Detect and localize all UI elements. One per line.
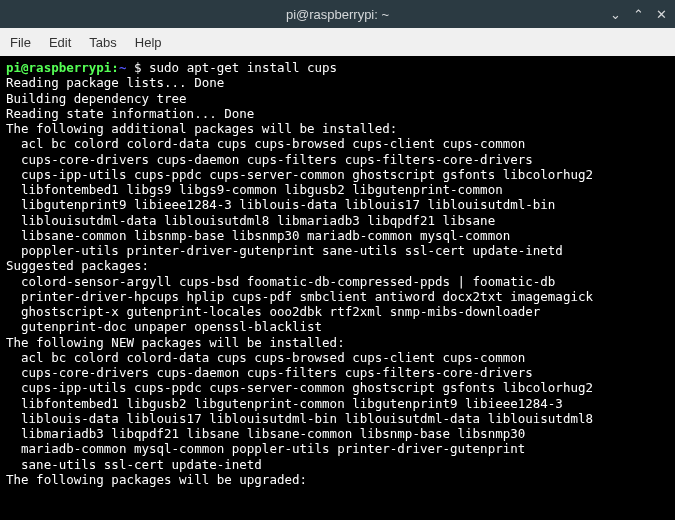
prompt-user-host: pi@raspberrypi	[6, 60, 111, 75]
maximize-icon[interactable]: ⌃	[633, 8, 644, 21]
prompt-dollar: $	[126, 60, 149, 75]
menu-tabs[interactable]: Tabs	[89, 35, 116, 50]
prompt-colon: :	[111, 60, 119, 75]
output-line: libfontembed1 libgusb2 libgutenprint-com…	[6, 396, 563, 411]
output-line: acl bc colord colord-data cups cups-brow…	[6, 350, 525, 365]
output-line: liblouis-data liblouis17 liblouisutdml-b…	[6, 411, 593, 426]
output-line: Reading state information... Done	[6, 106, 254, 121]
output-line: cups-ipp-utils cups-ppdc cups-server-com…	[6, 380, 593, 395]
output-line: The following NEW packages will be insta…	[6, 335, 345, 350]
output-line: cups-core-drivers cups-daemon cups-filte…	[6, 365, 533, 380]
output-line: libmariadb3 libqpdf21 libsane libsane-co…	[6, 426, 525, 441]
output-line: liblouisutdml-data liblouisutdml8 libmar…	[6, 213, 495, 228]
output-line: Suggested packages:	[6, 258, 149, 273]
output-line: The following packages will be upgraded:	[6, 472, 307, 487]
menu-edit[interactable]: Edit	[49, 35, 71, 50]
menu-help[interactable]: Help	[135, 35, 162, 50]
output-line: colord-sensor-argyll cups-bsd foomatic-d…	[6, 274, 555, 289]
window-title: pi@raspberrypi: ~	[286, 7, 389, 22]
menubar: File Edit Tabs Help	[0, 28, 675, 56]
output-line: libgutenprint9 libieee1284-3 liblouis-da…	[6, 197, 555, 212]
command-text: sudo apt-get install cups	[149, 60, 337, 75]
output-line: Building dependency tree	[6, 91, 187, 106]
output-line: acl bc colord colord-data cups cups-brow…	[6, 136, 525, 151]
output-line: Reading package lists... Done	[6, 75, 224, 90]
terminal-area[interactable]: pi@raspberrypi:~ $ sudo apt-get install …	[0, 56, 675, 520]
output-line: sane-utils ssl-cert update-inetd	[6, 457, 262, 472]
window-controls: ⌄ ⌃ ✕	[610, 8, 667, 21]
output-line: gutenprint-doc unpaper openssl-blacklist	[6, 319, 322, 334]
output-line: poppler-utils printer-driver-gutenprint …	[6, 243, 563, 258]
menu-file[interactable]: File	[10, 35, 31, 50]
output-line: cups-ipp-utils cups-ppdc cups-server-com…	[6, 167, 593, 182]
output-line: printer-driver-hpcups hplip cups-pdf smb…	[6, 289, 593, 304]
output-line: The following additional packages will b…	[6, 121, 397, 136]
output-line: libfontembed1 libgs9 libgs9-common libgu…	[6, 182, 503, 197]
output-line: libsane-common libsnmp-base libsnmp30 ma…	[6, 228, 510, 243]
window-titlebar: pi@raspberrypi: ~ ⌄ ⌃ ✕	[0, 0, 675, 28]
close-icon[interactable]: ✕	[656, 8, 667, 21]
output-line: mariadb-common mysql-common poppler-util…	[6, 441, 525, 456]
output-line: ghostscript-x gutenprint-locales ooo2dbk…	[6, 304, 540, 319]
minimize-icon[interactable]: ⌄	[610, 8, 621, 21]
output-line: cups-core-drivers cups-daemon cups-filte…	[6, 152, 533, 167]
